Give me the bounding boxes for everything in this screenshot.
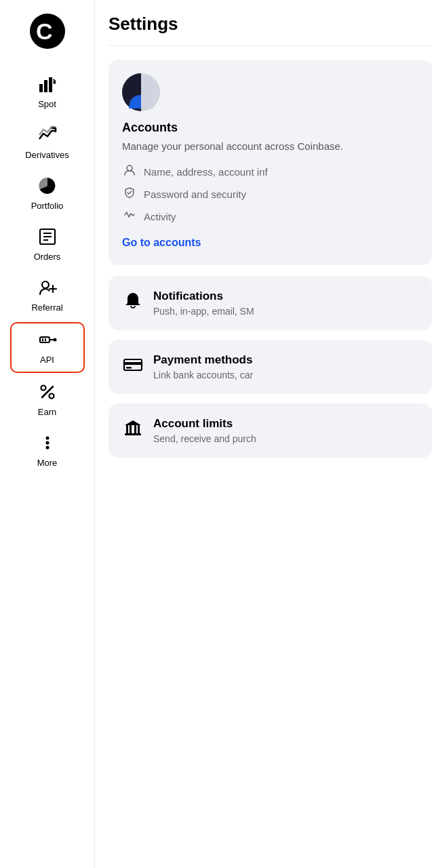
account-limits-content: Account limits Send, receive and purch xyxy=(153,417,256,444)
list-item: Activity xyxy=(122,209,418,224)
notifications-description: Push, in-app, email, SM xyxy=(153,306,254,317)
orders-icon xyxy=(38,227,57,249)
coinbase-logo[interactable]: C xyxy=(27,11,68,52)
notifications-title: Notifications xyxy=(153,290,254,303)
sidebar-item-api[interactable]: API xyxy=(10,322,85,373)
list-item: Name, address, account inf xyxy=(122,164,418,180)
bar-chart-icon xyxy=(38,75,57,96)
more-dots-icon xyxy=(38,433,57,455)
sidebar-item-more-label: More xyxy=(37,458,58,468)
percent-icon xyxy=(38,382,57,404)
accounts-description: Manage your personal account across Coin… xyxy=(122,139,418,153)
svg-rect-3 xyxy=(44,80,47,92)
svg-rect-29 xyxy=(124,362,142,365)
svg-rect-33 xyxy=(130,425,132,433)
svg-point-24 xyxy=(45,446,49,450)
accounts-list: Name, address, account inf Password and … xyxy=(122,164,418,224)
sidebar-item-more[interactable]: More xyxy=(10,427,85,475)
payment-methods-title: Payment methods xyxy=(153,353,253,367)
sidebar-item-derivatives-label: Derivatives xyxy=(25,150,68,160)
go-to-accounts-link[interactable]: Go to accounts xyxy=(122,237,201,248)
svg-point-20 xyxy=(41,386,45,391)
sidebar: C Spot xyxy=(0,0,95,868)
svg-rect-30 xyxy=(126,367,132,369)
svg-line-19 xyxy=(42,387,53,397)
derivatives-icon xyxy=(38,125,57,147)
sidebar-item-referral[interactable]: Referral xyxy=(10,271,85,319)
notifications-content: Notifications Push, in-app, email, SM xyxy=(153,290,254,317)
sidebar-item-referral-label: Referral xyxy=(31,302,62,313)
page-title: Settings xyxy=(109,14,432,46)
sidebar-item-orders-label: Orders xyxy=(34,252,61,262)
account-limits-card[interactable]: Account limits Send, receive and purch xyxy=(109,403,432,458)
svg-point-23 xyxy=(45,441,49,445)
list-item-text: Name, address, account inf xyxy=(144,166,268,178)
list-item-text: Password and security xyxy=(144,189,246,200)
sidebar-item-portfolio-label: Portfolio xyxy=(31,201,64,211)
sidebar-item-orders[interactable]: Orders xyxy=(10,220,85,269)
svg-point-22 xyxy=(45,437,49,440)
notifications-card[interactable]: Notifications Push, in-app, email, SM xyxy=(109,276,432,330)
svg-point-21 xyxy=(49,394,54,399)
sidebar-item-spot[interactable]: Spot xyxy=(10,68,85,116)
account-avatar xyxy=(122,73,160,111)
api-icon xyxy=(38,330,57,352)
accounts-card: Accounts Manage your personal account ac… xyxy=(109,60,432,265)
svg-marker-31 xyxy=(125,420,141,425)
svg-text:C: C xyxy=(36,18,53,44)
sidebar-nav: Spot Derivatives Portfolio xyxy=(0,68,94,475)
accounts-title: Accounts xyxy=(122,121,418,135)
bank-icon xyxy=(122,418,144,443)
svg-rect-35 xyxy=(138,425,140,433)
sidebar-item-spot-label: Spot xyxy=(38,99,56,109)
svg-rect-36 xyxy=(125,433,141,435)
list-item-text: Activity xyxy=(144,211,176,222)
account-limits-description: Send, receive and purch xyxy=(153,433,256,444)
person-icon xyxy=(122,164,137,180)
sidebar-item-earn[interactable]: Earn xyxy=(10,376,85,424)
sidebar-item-derivatives[interactable]: Derivatives xyxy=(10,119,85,167)
svg-rect-2 xyxy=(39,84,43,92)
payment-methods-description: Link bank accounts, car xyxy=(153,370,253,380)
svg-rect-32 xyxy=(126,425,128,433)
shield-icon xyxy=(122,186,137,202)
referral-icon xyxy=(38,278,57,300)
main-content: Settings Accounts Ma xyxy=(95,0,432,868)
svg-rect-34 xyxy=(134,425,136,433)
bell-icon xyxy=(122,291,144,316)
payment-methods-content: Payment methods Link bank accounts, car xyxy=(153,353,253,380)
svg-point-11 xyxy=(42,281,49,288)
svg-line-6 xyxy=(53,79,56,82)
payment-methods-card[interactable]: Payment methods Link bank accounts, car xyxy=(109,340,432,394)
sidebar-item-portfolio[interactable]: Portfolio xyxy=(10,170,85,218)
sidebar-item-earn-label: Earn xyxy=(38,407,56,417)
svg-point-16 xyxy=(53,338,56,342)
account-limits-title: Account limits xyxy=(153,417,256,431)
svg-rect-4 xyxy=(49,77,52,92)
credit-card-icon xyxy=(122,355,144,380)
list-item: Password and security xyxy=(122,186,418,202)
activity-icon xyxy=(122,209,137,224)
svg-point-27 xyxy=(127,165,132,171)
pie-chart-icon xyxy=(38,176,57,198)
sidebar-item-api-label: API xyxy=(40,355,54,365)
